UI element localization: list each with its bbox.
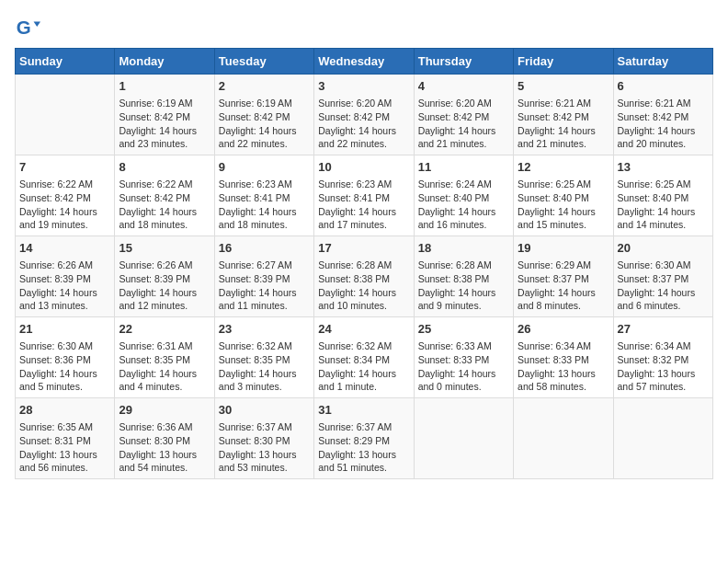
cell-content: Sunrise: 6:31 AM Sunset: 8:35 PM Dayligh…: [119, 339, 210, 394]
cell-content: Sunrise: 6:32 AM Sunset: 8:35 PM Dayligh…: [219, 339, 310, 394]
day-number: 27: [618, 321, 709, 338]
day-number: 28: [19, 402, 110, 419]
calendar-cell: 29Sunrise: 6:36 AM Sunset: 8:30 PM Dayli…: [115, 398, 214, 479]
header-wednesday: Wednesday: [314, 49, 414, 75]
calendar-cell: 11Sunrise: 6:24 AM Sunset: 8:40 PM Dayli…: [414, 155, 513, 236]
cell-content: Sunrise: 6:26 AM Sunset: 8:39 PM Dayligh…: [19, 259, 110, 313]
day-number: 25: [418, 321, 509, 338]
cell-content: Sunrise: 6:35 AM Sunset: 8:31 PM Dayligh…: [19, 420, 110, 475]
cell-content: Sunrise: 6:22 AM Sunset: 8:42 PM Dayligh…: [119, 178, 210, 232]
day-number: 7: [19, 159, 110, 176]
day-number: 31: [318, 402, 409, 419]
calendar-cell: [514, 398, 613, 479]
cell-content: Sunrise: 6:24 AM Sunset: 8:40 PM Dayligh…: [418, 178, 509, 232]
calendar-cell: 8Sunrise: 6:22 AM Sunset: 8:42 PM Daylig…: [115, 155, 214, 236]
cell-content: Sunrise: 6:23 AM Sunset: 8:41 PM Dayligh…: [318, 178, 409, 232]
calendar-week-row: 28Sunrise: 6:35 AM Sunset: 8:31 PM Dayli…: [16, 398, 713, 479]
day-number: 13: [618, 159, 709, 176]
day-number: 26: [518, 321, 609, 338]
calendar-week-row: 7Sunrise: 6:22 AM Sunset: 8:42 PM Daylig…: [16, 155, 713, 236]
logo: G: [15, 15, 44, 40]
calendar-cell: 10Sunrise: 6:23 AM Sunset: 8:41 PM Dayli…: [314, 155, 414, 236]
svg-marker-1: [34, 21, 40, 27]
calendar-cell: 2Sunrise: 6:19 AM Sunset: 8:42 PM Daylig…: [214, 75, 313, 155]
cell-content: Sunrise: 6:29 AM Sunset: 8:37 PM Dayligh…: [518, 259, 609, 313]
svg-text:G: G: [17, 17, 31, 38]
calendar-header-row: SundayMondayTuesdayWednesdayThursdayFrid…: [16, 49, 713, 75]
calendar-cell: 28Sunrise: 6:35 AM Sunset: 8:31 PM Dayli…: [16, 398, 115, 479]
day-number: 6: [618, 78, 709, 95]
header-monday: Monday: [115, 49, 214, 75]
day-number: 9: [219, 159, 310, 176]
day-number: 22: [119, 321, 210, 338]
cell-content: Sunrise: 6:21 AM Sunset: 8:42 PM Dayligh…: [518, 97, 609, 151]
calendar-cell: 22Sunrise: 6:31 AM Sunset: 8:35 PM Dayli…: [115, 317, 214, 398]
page-header: G: [15, 15, 713, 40]
day-number: 16: [219, 240, 310, 257]
day-number: 1: [119, 78, 210, 95]
calendar-cell: 25Sunrise: 6:33 AM Sunset: 8:33 PM Dayli…: [414, 317, 513, 398]
cell-content: Sunrise: 6:19 AM Sunset: 8:42 PM Dayligh…: [119, 97, 210, 151]
day-number: 8: [119, 159, 210, 176]
cell-content: Sunrise: 6:27 AM Sunset: 8:39 PM Dayligh…: [219, 259, 310, 313]
cell-content: Sunrise: 6:22 AM Sunset: 8:42 PM Dayligh…: [19, 178, 110, 232]
calendar-cell: 21Sunrise: 6:30 AM Sunset: 8:36 PM Dayli…: [16, 317, 115, 398]
cell-content: Sunrise: 6:28 AM Sunset: 8:38 PM Dayligh…: [418, 259, 509, 313]
header-tuesday: Tuesday: [214, 49, 313, 75]
calendar-cell: [613, 398, 712, 479]
cell-content: Sunrise: 6:21 AM Sunset: 8:42 PM Dayligh…: [618, 97, 709, 151]
cell-content: Sunrise: 6:30 AM Sunset: 8:37 PM Dayligh…: [618, 259, 709, 313]
calendar-cell: 4Sunrise: 6:20 AM Sunset: 8:42 PM Daylig…: [414, 75, 513, 155]
day-number: 2: [219, 78, 310, 95]
calendar-week-row: 14Sunrise: 6:26 AM Sunset: 8:39 PM Dayli…: [16, 236, 713, 317]
cell-content: Sunrise: 6:26 AM Sunset: 8:39 PM Dayligh…: [119, 259, 210, 313]
day-number: 24: [318, 321, 409, 338]
logo-icon: G: [15, 15, 40, 40]
cell-content: Sunrise: 6:37 AM Sunset: 8:30 PM Dayligh…: [219, 420, 310, 475]
header-sunday: Sunday: [16, 49, 115, 75]
calendar-cell: 19Sunrise: 6:29 AM Sunset: 8:37 PM Dayli…: [514, 236, 613, 317]
cell-content: Sunrise: 6:28 AM Sunset: 8:38 PM Dayligh…: [318, 259, 409, 313]
day-number: 14: [19, 240, 110, 257]
day-number: 3: [318, 78, 409, 95]
calendar-cell: 15Sunrise: 6:26 AM Sunset: 8:39 PM Dayli…: [115, 236, 214, 317]
cell-content: Sunrise: 6:25 AM Sunset: 8:40 PM Dayligh…: [618, 178, 709, 232]
calendar-cell: 5Sunrise: 6:21 AM Sunset: 8:42 PM Daylig…: [514, 75, 613, 155]
cell-content: Sunrise: 6:34 AM Sunset: 8:32 PM Dayligh…: [618, 339, 709, 394]
calendar-cell: 17Sunrise: 6:28 AM Sunset: 8:38 PM Dayli…: [314, 236, 414, 317]
day-number: 10: [318, 159, 409, 176]
calendar-cell: [16, 75, 115, 155]
calendar-cell: 31Sunrise: 6:37 AM Sunset: 8:29 PM Dayli…: [314, 398, 414, 479]
header-friday: Friday: [514, 49, 613, 75]
header-saturday: Saturday: [613, 49, 712, 75]
day-number: 5: [518, 78, 609, 95]
cell-content: Sunrise: 6:33 AM Sunset: 8:33 PM Dayligh…: [418, 339, 509, 394]
calendar-cell: 16Sunrise: 6:27 AM Sunset: 8:39 PM Dayli…: [214, 236, 313, 317]
cell-content: Sunrise: 6:20 AM Sunset: 8:42 PM Dayligh…: [418, 97, 509, 151]
calendar-cell: 3Sunrise: 6:20 AM Sunset: 8:42 PM Daylig…: [314, 75, 414, 155]
header-thursday: Thursday: [414, 49, 513, 75]
day-number: 23: [219, 321, 310, 338]
calendar-cell: 7Sunrise: 6:22 AM Sunset: 8:42 PM Daylig…: [16, 155, 115, 236]
calendar-cell: 18Sunrise: 6:28 AM Sunset: 8:38 PM Dayli…: [414, 236, 513, 317]
day-number: 4: [418, 78, 509, 95]
calendar-cell: 13Sunrise: 6:25 AM Sunset: 8:40 PM Dayli…: [613, 155, 712, 236]
calendar-table: SundayMondayTuesdayWednesdayThursdayFrid…: [15, 48, 713, 479]
calendar-cell: 12Sunrise: 6:25 AM Sunset: 8:40 PM Dayli…: [514, 155, 613, 236]
calendar-cell: 26Sunrise: 6:34 AM Sunset: 8:33 PM Dayli…: [514, 317, 613, 398]
calendar-cell: 9Sunrise: 6:23 AM Sunset: 8:41 PM Daylig…: [214, 155, 313, 236]
calendar-cell: 23Sunrise: 6:32 AM Sunset: 8:35 PM Dayli…: [214, 317, 313, 398]
calendar-cell: 6Sunrise: 6:21 AM Sunset: 8:42 PM Daylig…: [613, 75, 712, 155]
calendar-cell: 30Sunrise: 6:37 AM Sunset: 8:30 PM Dayli…: [214, 398, 313, 479]
cell-content: Sunrise: 6:34 AM Sunset: 8:33 PM Dayligh…: [518, 339, 609, 394]
day-number: 15: [119, 240, 210, 257]
day-number: 11: [418, 159, 509, 176]
calendar-cell: 20Sunrise: 6:30 AM Sunset: 8:37 PM Dayli…: [613, 236, 712, 317]
day-number: 30: [219, 402, 310, 419]
day-number: 17: [318, 240, 409, 257]
calendar-cell: 14Sunrise: 6:26 AM Sunset: 8:39 PM Dayli…: [16, 236, 115, 317]
calendar-cell: 27Sunrise: 6:34 AM Sunset: 8:32 PM Dayli…: [613, 317, 712, 398]
calendar-cell: 24Sunrise: 6:32 AM Sunset: 8:34 PM Dayli…: [314, 317, 414, 398]
day-number: 21: [19, 321, 110, 338]
calendar-cell: [414, 398, 513, 479]
